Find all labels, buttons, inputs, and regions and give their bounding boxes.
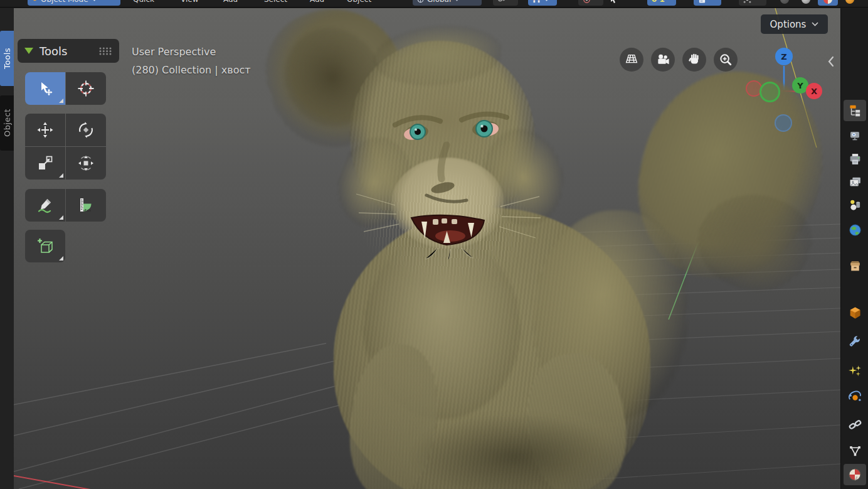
transform-orientation-icon (417, 0, 424, 3)
tweak-select-icon (37, 80, 54, 97)
gizmo-z-label: Z (781, 52, 786, 62)
zero-one-label: 0 1 (652, 0, 665, 4)
physics-orbit-icon (848, 390, 862, 405)
gizmo-minus-y-ball[interactable] (760, 82, 780, 102)
mode-dropdown[interactable]: Object Mode (28, 0, 120, 6)
camera-icon (655, 52, 671, 68)
snap-toggle-button[interactable] (528, 0, 557, 6)
tab-render-properties[interactable] (847, 127, 863, 144)
tool-add-cube[interactable] (25, 230, 65, 262)
creature-underbody-shadow (411, 413, 618, 489)
outliner-tree-icon (847, 103, 862, 118)
creature-right-haunch (533, 210, 687, 421)
tool-measure[interactable] (66, 189, 106, 222)
sidebar-toggle-chevron[interactable] (828, 56, 834, 70)
creature-face (351, 71, 552, 259)
overlays-icon (698, 0, 706, 4)
tab-object-properties[interactable] (847, 304, 863, 321)
camera-view-button[interactable] (651, 48, 675, 72)
creature-chest (364, 237, 521, 419)
tool-scale[interactable] (25, 147, 65, 180)
chevron-left-icon (828, 56, 834, 67)
tool-annotate[interactable] (25, 189, 65, 222)
hand-icon (687, 52, 702, 67)
overlays-button[interactable] (694, 0, 721, 6)
gizmos-button[interactable] (739, 0, 766, 6)
gizmo-x-ball[interactable]: X (806, 83, 822, 99)
tool-move[interactable] (25, 114, 65, 146)
rotate-icon (77, 121, 95, 139)
menu-quick[interactable]: Quick (133, 0, 154, 6)
collection-box-icon (848, 259, 862, 273)
menu-add[interactable]: Add (223, 0, 238, 6)
gizmo-z-ball[interactable]: Z (775, 48, 793, 65)
move-icon (36, 121, 54, 139)
tab-modifier-properties[interactable] (847, 334, 863, 350)
pan-button[interactable] (682, 48, 706, 72)
shading-material-preview-button[interactable] (818, 0, 838, 6)
annotate-pencil-icon (36, 196, 54, 214)
tab-output-properties[interactable] (847, 151, 863, 167)
tab-scene-properties[interactable] (847, 196, 863, 213)
gizmo-minus-z-ball[interactable] (775, 114, 792, 132)
world-globe-icon (848, 223, 862, 237)
menu-add-2[interactable]: Add (310, 0, 324, 6)
editor-type-outliner-button[interactable] (844, 100, 866, 121)
object-mode-cube-icon (32, 0, 38, 1)
cursor-3d-icon (77, 80, 95, 97)
3d-viewport[interactable]: User Perspective (280) Collection | хвос… (0, 8, 840, 489)
material-sphere-icon (847, 467, 862, 482)
tab-constraint-properties[interactable] (847, 416, 863, 433)
constraints-link-icon (848, 417, 862, 432)
options-button[interactable]: Options (761, 14, 828, 34)
tab-particle-properties[interactable] (847, 362, 863, 379)
tab-object[interactable]: Object (0, 95, 14, 151)
drag-grip-icon[interactable] (98, 46, 112, 55)
gizmo-x-label: X (811, 87, 817, 96)
tools-panel-header[interactable]: Tools (18, 39, 119, 63)
tool-rotate[interactable] (66, 114, 106, 146)
tab-physics-properties[interactable] (847, 389, 863, 406)
proportional-editing-icon (583, 0, 591, 4)
zoom-button[interactable] (714, 48, 738, 72)
tool-cursor-3d[interactable] (66, 72, 106, 105)
tab-object-data-properties[interactable] (847, 443, 863, 459)
tab-world-properties[interactable] (847, 222, 863, 238)
creature-left-leg (342, 340, 445, 489)
creature-model[interactable] (0, 8, 840, 489)
chevron-down-icon (92, 0, 97, 1)
chevron-down-icon (812, 22, 818, 26)
tab-material-properties[interactable] (844, 464, 866, 485)
tab-view-layer-properties[interactable] (847, 174, 863, 190)
add-cube-icon (36, 237, 55, 255)
tab-collection-properties[interactable] (847, 257, 863, 274)
header-cursor-button[interactable] (610, 0, 625, 6)
orthographic-grid-icon (624, 52, 639, 67)
proportional-editing-button[interactable] (578, 0, 603, 6)
collection-context-label: (280) Collection | хвост (132, 64, 251, 76)
rendered-sphere-icon (845, 0, 854, 4)
object-cube-icon (848, 306, 862, 320)
tools-panel-title: Tools (40, 45, 67, 58)
snap-target-icon (497, 0, 506, 3)
solid-sphere-icon (802, 0, 810, 4)
creature-right-wing-tip (684, 175, 824, 309)
chevron-down-icon (544, 0, 549, 1)
snap-target-button[interactable] (493, 0, 518, 6)
toggle-orthographic-button[interactable] (620, 48, 643, 72)
zero-one-toggle[interactable]: 0 1 (647, 0, 676, 6)
shading-solid-button[interactable] (797, 0, 815, 6)
tab-tools[interactable]: Tools (0, 31, 14, 86)
shading-wireframe-button[interactable] (775, 0, 794, 6)
menu-select[interactable]: Select (264, 0, 287, 6)
shading-rendered-button[interactable] (840, 0, 859, 6)
transform-orientation-dropdown[interactable]: Global (413, 0, 482, 6)
particles-sparkles-icon (848, 363, 862, 378)
tool-tweak-select[interactable] (25, 72, 65, 105)
menu-view[interactable]: View (181, 0, 198, 6)
panel-collapse-triangle-icon[interactable] (24, 48, 33, 54)
menu-object[interactable]: Object (347, 0, 371, 6)
view-perspective-label: User Perspective (132, 46, 216, 58)
tool-transform[interactable] (66, 147, 106, 180)
object-data-triangle-icon (848, 444, 862, 458)
